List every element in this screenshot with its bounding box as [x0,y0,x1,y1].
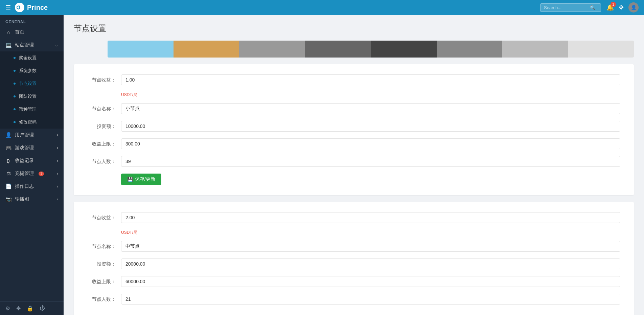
form-row-profit-cap-1: 收益上限： [87,138,620,149]
color-swatch[interactable] [305,41,371,58]
layout-icon[interactable]: ✥ [16,305,21,312]
content-area: 节点设置 节点收益： USDT/局 节点名称： 投资额： [64,15,644,315]
user-icon: 👤 [5,132,12,138]
lock-icon[interactable]: 🔒 [27,305,33,312]
color-swatch[interactable] [239,41,305,58]
header-left: ☰ Prince [5,3,48,12]
income-input-1[interactable] [121,74,620,85]
members-input-2[interactable] [121,294,620,305]
sidebar-node-settings-label: 节点设置 [19,81,37,87]
sidebar-team-settings-label: 团队设置 [19,93,37,99]
chevron-right-icon3: › [57,158,58,163]
income-input-2[interactable] [121,212,620,223]
sidebar-item-node-settings[interactable]: 节点设置 [0,77,64,90]
save-icon-1: 💾 [127,177,133,182]
sidebar-item-change-pwd[interactable]: 修改密码 [0,116,64,129]
color-swatch[interactable] [502,41,568,58]
hamburger-icon[interactable]: ☰ [5,4,11,11]
members-input-1[interactable] [121,156,620,167]
power-icon[interactable]: ⏻ [40,305,45,312]
color-swatch[interactable] [174,41,239,58]
sidebar-item-sys-params[interactable]: 系统参数 [0,64,64,77]
logo-area: Prince [15,3,48,12]
scale-icon: ⚖ [5,171,12,177]
save-button-1[interactable]: 💾 保存/更新 [121,174,161,185]
chevron-right-icon4: › [57,171,58,176]
sidebar-income-records-label: 收益记录 [15,158,34,164]
home-icon: ⌂ [5,29,12,35]
indicator-bonus [14,57,16,59]
color-swatch[interactable] [371,41,437,58]
sidebar-sub-menu: 奖金设置 系统参数 节点设置 团队设置 币种管理 修改密码 [0,51,64,129]
chevron-right-icon: › [57,133,58,137]
save-label-1: 保存/更新 [135,176,155,182]
sidebar-bottom: ⚙ ✥ 🔒 ⏻ [0,301,64,315]
name-input-2[interactable] [121,241,620,252]
bitcoin-icon: ₿ [5,158,12,164]
sidebar-item-operation-log[interactable]: 📄 操作日志 › [0,180,64,193]
color-swatch[interactable] [108,41,174,58]
notification-icon[interactable]: 🔔 1 [606,4,614,11]
invest-label-2: 投资额： [87,258,121,267]
sidebar-currency-mgmt-label: 币种管理 [19,106,37,112]
notification-badge: 1 [611,2,616,7]
game-icon: 🎮 [5,145,12,151]
invest-input-1[interactable] [121,121,620,132]
settings-icon[interactable]: ⚙ [5,305,10,312]
name-input-1[interactable] [121,103,620,114]
sidebar-item-recharge-mgmt[interactable]: ⚖ 充提管理 1 › [0,167,64,180]
fullscreen-icon[interactable]: ✥ [619,4,624,11]
page-title: 节点设置 [74,23,634,34]
name-label-1: 节点名称： [87,103,121,112]
recharge-badge: 1 [39,172,44,176]
profit-cap-label-1: 收益上限： [87,138,121,147]
chevron-down-icon: ⌄ [55,43,58,47]
sidebar-item-currency-mgmt[interactable]: 币种管理 [0,103,64,116]
form-row-income-1: 节点收益： [87,74,620,85]
color-palette [108,41,634,58]
sidebar-user-mgmt-label: 用户管理 [15,132,34,138]
sidebar-item-team-settings[interactable]: 团队设置 [0,90,64,103]
node-2-form: 节点收益： USDT/局 节点名称： 投资额： 收益上限： [74,202,634,315]
form-row-invest-2: 投资额： [87,258,620,269]
sidebar-recharge-mgmt-label: 充提管理 [15,171,34,177]
search-input[interactable] [544,5,588,10]
form-row-members-1: 节点人数： [87,156,620,167]
color-swatch[interactable] [568,41,634,58]
avatar[interactable]: 👤 [628,2,639,13]
income-unit-2: USDT/局 [121,230,137,235]
chevron-right-icon2: › [57,145,58,150]
members-label-2: 节点人数： [87,294,121,302]
sidebar-item-game-mgmt[interactable]: 🎮 游戏管理 › [0,141,64,154]
color-swatch[interactable] [437,41,503,58]
profit-cap-input-1[interactable] [121,138,620,149]
members-label-1: 节点人数： [87,156,121,165]
indicator-sys-params [14,70,16,72]
monitor-icon: 💻 [5,42,12,48]
invest-label-1: 投资额： [87,121,121,130]
logo-icon [15,3,24,12]
sidebar-item-carousel[interactable]: 📷 轮播图 › [0,193,64,206]
sidebar-item-home[interactable]: ⌂ 首页 [0,26,64,39]
chevron-right-icon5: › [57,184,58,189]
sidebar-sys-params-label: 系统参数 [19,68,37,74]
sidebar-change-pwd-label: 修改密码 [19,119,37,125]
profit-cap-input-2[interactable] [121,276,620,287]
sidebar-item-income-records[interactable]: ₿ 收益记录 › [0,154,64,167]
income-label-1: 节点收益： [87,74,121,83]
invest-input-2[interactable] [121,258,620,269]
image-icon: 📷 [5,196,12,202]
header-icons: 🔔 1 ✥ 👤 [606,2,639,13]
sidebar-item-bonus[interactable]: 奖金设置 [0,51,64,64]
sidebar-item-station-mgmt[interactable]: 💻 站点管理 ⌄ [0,39,64,51]
income-unit-1: USDT/局 [121,92,137,98]
sidebar-game-mgmt-label: 游戏管理 [15,145,34,151]
search-icon[interactable]: 🔍 [590,5,595,10]
app-title: Prince [27,4,48,12]
name-label-2: 节点名称： [87,241,121,250]
log-icon: 📄 [5,183,12,189]
main-layout: GENERAL ⌂ 首页 💻 站点管理 ⌄ 奖金设置 系统参数 节点设置 [0,15,644,315]
search-box[interactable]: 🔍 [540,3,601,12]
income-label-2: 节点收益： [87,212,121,221]
sidebar-item-user-mgmt[interactable]: 👤 用户管理 › [0,129,64,141]
